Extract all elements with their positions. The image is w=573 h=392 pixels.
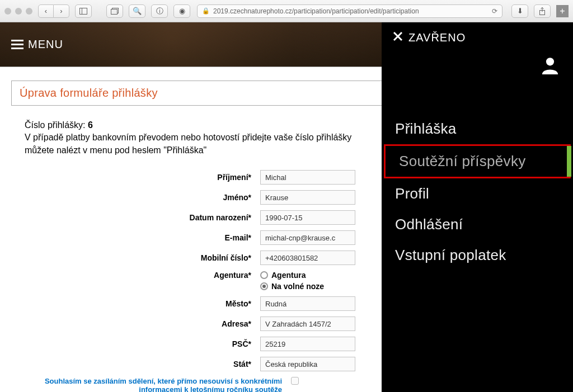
radio-freelance-label: Na volné noze: [271, 282, 324, 291]
app-number-label: Číslo přihlášky:: [25, 120, 85, 130]
share-icon[interactable]: [534, 4, 551, 18]
radio-icon: [260, 271, 268, 279]
radio-agentura[interactable]: Agentura: [260, 271, 324, 280]
radio-na-volne-noze[interactable]: Na volné noze: [260, 282, 324, 291]
avatar-icon[interactable]: [541, 55, 560, 74]
input-mesto[interactable]: [260, 296, 355, 311]
menu-item-soutezni-prispevky[interactable]: Soutěžní příspěvky: [384, 144, 571, 178]
sidebar-toggle-icon[interactable]: [75, 4, 92, 18]
label-datum: Datum narození*: [11, 213, 260, 222]
svg-point-8: [546, 58, 554, 65]
input-jmeno[interactable]: [260, 190, 355, 205]
new-tab-button[interactable]: +: [556, 5, 569, 17]
tabs-overview-icon[interactable]: [106, 4, 123, 18]
menu-item-prihlaska[interactable]: Přihláška: [382, 114, 573, 144]
label-agentura: Agentura*: [11, 271, 260, 280]
menu-button[interactable]: MENU: [11, 38, 63, 51]
input-adresa[interactable]: [260, 317, 355, 331]
menu-item-odhlaseni[interactable]: Odhlášení: [382, 209, 573, 240]
app-number: 6: [88, 120, 93, 130]
input-psc[interactable]: [260, 337, 355, 351]
svg-rect-0: [80, 8, 87, 14]
input-stat[interactable]: [260, 357, 355, 371]
label-mesto: Město*: [11, 299, 260, 308]
browser-toolbar: ‹ › 🔍 ⓘ ◉ 🔒 2019.czechnaturephoto.cz/par…: [0, 0, 573, 22]
label-jmeno: Jméno*: [11, 193, 260, 202]
input-datum[interactable]: [260, 210, 355, 225]
svg-rect-3: [111, 9, 118, 14]
side-panel: ZAVŘENO Přihláška Soutěžní příspěvky Pro…: [382, 22, 573, 392]
compass-icon[interactable]: ◉: [173, 4, 190, 18]
label-email: E-mail*: [11, 233, 260, 242]
search-icon[interactable]: 🔍: [129, 4, 145, 18]
reload-icon[interactable]: ⟳: [492, 7, 497, 15]
info-icon[interactable]: ⓘ: [151, 4, 168, 18]
radio-agentura-label: Agentura: [271, 271, 306, 280]
checkbox-consent[interactable]: [291, 377, 299, 385]
label-consent: Souhlasím se zasíláním sdělení, které př…: [11, 377, 291, 392]
forward-button[interactable]: ›: [54, 4, 69, 18]
input-prijmeni[interactable]: [260, 170, 355, 185]
back-button[interactable]: ‹: [38, 4, 54, 18]
address-bar[interactable]: 🔒 2019.czechnaturephoto.cz/participation…: [197, 4, 502, 18]
close-panel-button[interactable]: ZAVŘENO: [382, 31, 573, 44]
maximize-window-icon[interactable]: [26, 8, 32, 15]
side-menu: Přihláška Soutěžní příspěvky Profil Odhl…: [382, 114, 573, 271]
label-psc: PSČ*: [11, 339, 260, 348]
minimize-window-icon[interactable]: [15, 8, 22, 15]
window-controls: [4, 8, 32, 15]
label-stat: Stát*: [11, 360, 260, 369]
menu-item-vstupni-poplatek[interactable]: Vstupní poplatek: [382, 240, 573, 271]
menu-label: MENU: [28, 38, 63, 51]
input-email[interactable]: [260, 230, 355, 245]
hamburger-icon: [11, 40, 24, 49]
label-adresa: Adresa*: [11, 319, 260, 328]
input-mobil[interactable]: [260, 251, 355, 265]
lock-icon: 🔒: [202, 7, 210, 15]
label-prijmeni: Příjmení*: [11, 173, 260, 182]
close-window-icon[interactable]: [4, 8, 11, 15]
url-text: 2019.czechnaturephoto.cz/participation/p…: [213, 7, 489, 15]
nav-group: ‹ ›: [38, 4, 69, 18]
downloads-icon[interactable]: ⬇: [511, 4, 528, 18]
radio-icon: [260, 282, 268, 290]
label-mobil: Mobilní číslo*: [11, 253, 260, 262]
close-icon: [393, 31, 403, 44]
close-label: ZAVŘENO: [408, 31, 466, 44]
menu-item-profil[interactable]: Profil: [382, 178, 573, 209]
